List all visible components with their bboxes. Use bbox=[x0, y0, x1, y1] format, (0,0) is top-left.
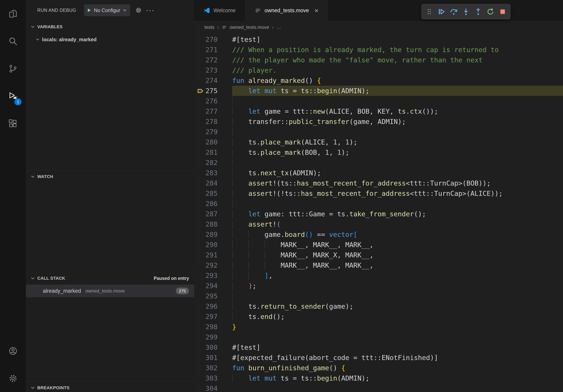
code-line-content[interactable]: ], bbox=[232, 270, 563, 281]
gutter[interactable]: 272 bbox=[194, 55, 232, 65]
code-line-298[interactable]: 298} bbox=[194, 322, 563, 332]
code-line-content[interactable]: game.board() == vector[ bbox=[232, 229, 563, 240]
gutter[interactable]: 293 bbox=[194, 270, 232, 281]
activity-item-explorer[interactable] bbox=[0, 0, 26, 27]
code-line-292[interactable]: 292 MARK__, MARK__, MARK__, bbox=[194, 260, 563, 270]
code-line-304[interactable]: 304 bbox=[194, 383, 563, 392]
gutter[interactable]: 304 bbox=[194, 383, 232, 392]
gutter[interactable]: 271 bbox=[194, 45, 232, 55]
code-line-content[interactable]: ts.return_to_sender(game); bbox=[232, 301, 563, 312]
breadcrumb-item-file[interactable]: owned_tests.move bbox=[230, 25, 269, 30]
activity-item-source-control[interactable] bbox=[0, 55, 26, 82]
code-line-277[interactable]: 277 let game = ttt::new(ALICE, BOB, KEY,… bbox=[194, 106, 563, 117]
breadcrumb-item-symbol[interactable]: … bbox=[276, 25, 281, 30]
gutter[interactable]: 290 bbox=[194, 240, 232, 250]
code-line-content[interactable]: let mut ts = ts::begin(ADMIN); bbox=[232, 86, 563, 96]
debug-settings-button[interactable] bbox=[135, 7, 142, 14]
code-line-283[interactable]: 283 ts.next_tx(ADMIN); bbox=[194, 168, 563, 178]
code-line-content[interactable]: /// the player who made the "false" move… bbox=[232, 55, 563, 65]
code-line-286[interactable]: 286 bbox=[194, 198, 563, 209]
code-line-content[interactable]: assert!(ts::has_most_recent_for_address<… bbox=[232, 178, 563, 188]
gutter[interactable]: 277 bbox=[194, 106, 232, 117]
activity-item-account[interactable] bbox=[0, 337, 26, 365]
code-line-300[interactable]: 300#[test] bbox=[194, 342, 563, 353]
gutter[interactable]: 283 bbox=[194, 168, 232, 178]
activity-item-extensions[interactable] bbox=[0, 110, 26, 137]
code-line-content[interactable]: MARK__, MARK_X, MARK__, bbox=[232, 250, 563, 260]
variables-section-header[interactable]: VARIABLES bbox=[26, 21, 194, 33]
code-line-270[interactable]: 270#[test] bbox=[194, 34, 563, 45]
activity-item-run-and-debug[interactable]: 1 bbox=[0, 82, 26, 110]
code-line-273[interactable]: 273/// player. bbox=[194, 65, 563, 75]
toolbar-drag-handle[interactable] bbox=[423, 6, 435, 17]
tab-welcome[interactable]: Welcome bbox=[194, 0, 245, 21]
gutter[interactable]: 302 bbox=[194, 363, 232, 373]
gutter[interactable]: 289 bbox=[194, 229, 232, 240]
code-line-303[interactable]: 303 let mut ts = ts::begin(ADMIN); bbox=[194, 373, 563, 383]
gutter[interactable]: 287 bbox=[194, 209, 232, 219]
code-line-content[interactable]: let game = ttt::new(ALICE, BOB, KEY, ts.… bbox=[232, 106, 563, 117]
code-line-289[interactable]: 289 game.board() == vector[ bbox=[194, 229, 563, 240]
code-line-287[interactable]: 287 let game: ttt::Game = ts.take_from_s… bbox=[194, 209, 563, 219]
activity-item-search[interactable] bbox=[0, 27, 26, 55]
gutter[interactable]: 270 bbox=[194, 34, 232, 45]
call-stack-section-header[interactable]: CALL STACK Paused on entry bbox=[26, 272, 194, 285]
code-line-281[interactable]: 281 ts.place_mark(BOB, 1, 1); bbox=[194, 147, 563, 157]
code-line-content[interactable] bbox=[232, 127, 563, 137]
code-line-content[interactable]: MARK__, MARK__, MARK__, bbox=[232, 240, 563, 250]
close-icon[interactable]: × bbox=[314, 7, 318, 14]
code-line-content[interactable]: assert!(!ts::has_most_recent_for_address… bbox=[232, 188, 563, 198]
code-line-297[interactable]: 297 ts.end(); bbox=[194, 312, 563, 322]
code-line-content[interactable]: ); bbox=[232, 281, 563, 291]
gutter[interactable]: 282 bbox=[194, 157, 232, 168]
code-line-content[interactable]: let game: ttt::Game = ts.take_from_sende… bbox=[232, 209, 563, 219]
code-line-272[interactable]: 272/// the player who made the "false" m… bbox=[194, 55, 563, 65]
more-actions-button[interactable]: ··· bbox=[146, 6, 155, 14]
code-line-content[interactable]: #[expected_failure(abort_code = ttt::ENo… bbox=[232, 353, 563, 363]
step-into-button[interactable] bbox=[460, 6, 472, 17]
gutter[interactable]: 280 bbox=[194, 137, 232, 147]
code-line-content[interactable]: ts.place_mark(BOB, 1, 1); bbox=[232, 147, 563, 157]
code-line-294[interactable]: 294 ); bbox=[194, 281, 563, 291]
code-line-content[interactable]: /// player. bbox=[232, 65, 563, 75]
code-line-content[interactable]: fun burn_unfinished_game() { bbox=[232, 363, 563, 373]
code-line-271[interactable]: 271/// When a position is already marked… bbox=[194, 45, 563, 55]
gutter[interactable]: 301 bbox=[194, 353, 232, 363]
code-line-288[interactable]: 288 assert!( bbox=[194, 219, 563, 229]
gutter[interactable]: 297 bbox=[194, 312, 232, 322]
code-line-content[interactable]: #[test] bbox=[232, 34, 563, 45]
gutter[interactable]: 286 bbox=[194, 198, 232, 209]
gutter[interactable]: 295 bbox=[194, 291, 232, 301]
code-line-content[interactable]: ts.next_tx(ADMIN); bbox=[232, 168, 563, 178]
code-line-content[interactable] bbox=[232, 96, 563, 106]
code-line-285[interactable]: 285 assert!(!ts::has_most_recent_for_add… bbox=[194, 188, 563, 198]
gutter[interactable]: 284 bbox=[194, 178, 232, 188]
code-line-276[interactable]: 276 bbox=[194, 96, 563, 106]
code-line-280[interactable]: 280 ts.place_mark(ALICE, 1, 1); bbox=[194, 137, 563, 147]
gutter[interactable]: 279 bbox=[194, 127, 232, 137]
step-out-button[interactable] bbox=[473, 6, 484, 17]
code-line-content[interactable]: /// When a position is already marked, t… bbox=[232, 45, 563, 55]
restart-button[interactable] bbox=[485, 6, 496, 17]
code-line-282[interactable]: 282 bbox=[194, 157, 563, 168]
code-line-content[interactable] bbox=[232, 383, 563, 392]
code-line-content[interactable]: MARK__, MARK__, MARK__, bbox=[232, 260, 563, 270]
code-line-content[interactable]: transfer::public_transfer(game, ADMIN); bbox=[232, 117, 563, 127]
code-line-275[interactable]: 275 let mut ts = ts::begin(ADMIN); bbox=[194, 86, 563, 96]
code-area[interactable]: 270#[test]271/// When a position is alre… bbox=[194, 34, 563, 392]
debug-config-dropdown[interactable]: No Configur bbox=[84, 4, 130, 16]
code-line-278[interactable]: 278 transfer::public_transfer(game, ADMI… bbox=[194, 117, 563, 127]
gutter[interactable]: 296 bbox=[194, 301, 232, 312]
code-line-content[interactable] bbox=[232, 198, 563, 209]
code-line-302[interactable]: 302fun burn_unfinished_game() { bbox=[194, 363, 563, 373]
code-line-284[interactable]: 284 assert!(ts::has_most_recent_for_addr… bbox=[194, 178, 563, 188]
code-line-293[interactable]: 293 ], bbox=[194, 270, 563, 281]
gutter[interactable]: 298 bbox=[194, 322, 232, 332]
code-line-content[interactable]: ts.end(); bbox=[232, 312, 563, 322]
gutter[interactable]: 294 bbox=[194, 281, 232, 291]
gutter[interactable]: 291 bbox=[194, 250, 232, 260]
code-line-content[interactable]: } bbox=[232, 322, 563, 332]
step-over-button[interactable] bbox=[448, 6, 460, 17]
code-line-content[interactable]: #[test] bbox=[232, 342, 563, 353]
code-line-content[interactable]: assert!( bbox=[232, 219, 563, 229]
